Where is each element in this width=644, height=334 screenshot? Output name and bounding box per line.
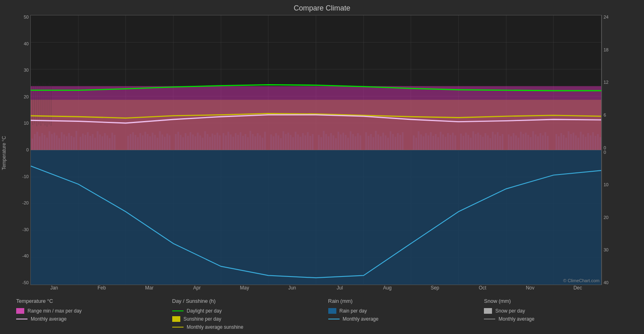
legend-temperature-title: Temperature °C [16, 298, 164, 304]
legend-swatch-sunshine [172, 316, 180, 322]
legend-sunshine-per-day: Sunshine per day [172, 316, 320, 322]
legend-sunshine-title: Day / Sunshine (h) [172, 298, 320, 304]
y-tick-right-bottom: 10 [604, 183, 608, 187]
y-ticks-right-top: 24181260 [602, 15, 636, 150]
chart-main: Pereira Pereira ClimeChart.com [30, 15, 602, 285]
y-axis-left-label: Temperature °C [1, 129, 7, 177]
y-tick-right-top: 18 [604, 48, 608, 52]
y-tick-right-top: 0 [604, 146, 606, 150]
legend-line-rain-avg [328, 319, 340, 319]
legend-temperature: Temperature °C Range min / max per day M… [12, 298, 168, 330]
y-tick-left: -50 [22, 281, 29, 285]
x-label-month: Aug [363, 285, 411, 295]
legend-swatch-rain [328, 308, 336, 314]
x-label-month: Feb [78, 285, 126, 295]
legend-temp-range-label: Range min / max per day [27, 308, 82, 314]
legend-snow-avg-label: Monthly average [498, 316, 534, 322]
chart-svg [31, 15, 601, 285]
x-label-month: Jan [30, 285, 78, 295]
y-tick-left: 50 [24, 15, 29, 19]
x-label-month: Mar [126, 285, 173, 295]
x-axis: JanFebMarAprMayJunJulAugSepOctNovDec [30, 285, 602, 295]
legend-line-snow-avg [484, 319, 495, 319]
y-ticks-right-bottom: 010203040 [602, 150, 636, 285]
legend-swatch-temp-range [16, 308, 24, 314]
y-tick-left: -20 [22, 201, 29, 205]
legend-swatch-snow [484, 308, 492, 314]
legend-rain-label: Rain per day [340, 308, 367, 314]
legend-snow-label: Snow per day [495, 308, 525, 314]
legend-snow: Snow (mm) Snow per day Monthly average [480, 298, 636, 330]
legend-sunshine-label: Sunshine per day [184, 316, 221, 322]
legend-line-temp-avg [16, 319, 27, 319]
legend-rain-avg-label: Monthly average [343, 316, 379, 322]
page-title: Compare Climate [8, 4, 636, 13]
y-tick-left: 20 [24, 95, 29, 99]
legend-temp-range: Range min / max per day [16, 308, 164, 314]
legend-line-daylight [172, 311, 184, 311]
y-tick-left: 30 [24, 68, 29, 72]
x-label-month: Nov [507, 285, 554, 295]
x-label-month: Sep [411, 285, 459, 295]
y-axis-left: Temperature °C 50403020100-10-20-30-40-5… [8, 15, 30, 285]
copyright-text: © ClimeChart.com [563, 278, 600, 283]
x-label-month: May [221, 285, 268, 295]
legend-rain-per-day: Rain per day [328, 308, 476, 314]
legend-snow-per-day: Snow per day [484, 308, 632, 314]
legend-area: Temperature °C Range min / max per day M… [12, 298, 636, 330]
y-tick-left: 40 [24, 42, 29, 46]
y-tick-right-bottom: 20 [604, 215, 608, 220]
legend-sunshine-avg-label: Monthly average sunshine [187, 324, 243, 330]
x-label-month: Apr [173, 285, 221, 295]
legend-sunshine: Day / Sunshine (h) Daylight per day Suns… [168, 298, 324, 330]
x-label-month: Oct [459, 285, 507, 295]
legend-line-sunshine-avg [172, 327, 184, 328]
y-tick-right-top: 6 [604, 113, 606, 117]
y-ticks-left: 50403020100-10-20-30-40-50 [8, 15, 30, 285]
x-label-month: Jul [316, 285, 364, 295]
legend-rain: Rain (mm) Rain per day Monthly average [324, 298, 480, 330]
legend-sunshine-avg: Monthly average sunshine [172, 324, 320, 330]
x-label-month: Jun [268, 285, 316, 295]
y-tick-left: 10 [24, 121, 29, 126]
legend-daylight: Daylight per day [172, 308, 320, 314]
y-tick-left: 0 [26, 148, 29, 152]
y-tick-left: -40 [22, 254, 29, 258]
svg-rect-26 [31, 150, 601, 285]
y-tick-right-bottom: 0 [604, 150, 606, 155]
legend-rain-avg: Monthly average [328, 316, 476, 322]
legend-rain-title: Rain (mm) [328, 298, 476, 304]
y-tick-right-top: 24 [604, 15, 608, 19]
y-axis-right: 24181260 Day / Sunshine (h) 010203040 Ra… [602, 15, 636, 285]
y-tick-right-bottom: 30 [604, 248, 608, 252]
legend-temp-avg-label: Monthly average [31, 316, 67, 322]
y-tick-left: -10 [22, 174, 29, 179]
legend-snow-avg: Monthly average [484, 316, 632, 322]
y-tick-right-top: 12 [604, 80, 608, 85]
y-tick-left: -30 [22, 228, 29, 232]
x-label-month: Dec [554, 285, 602, 295]
legend-temp-avg: Monthly average [16, 316, 164, 322]
legend-snow-title: Snow (mm) [484, 298, 632, 304]
y-tick-right-bottom: 40 [604, 281, 608, 285]
legend-daylight-label: Daylight per day [187, 308, 222, 314]
